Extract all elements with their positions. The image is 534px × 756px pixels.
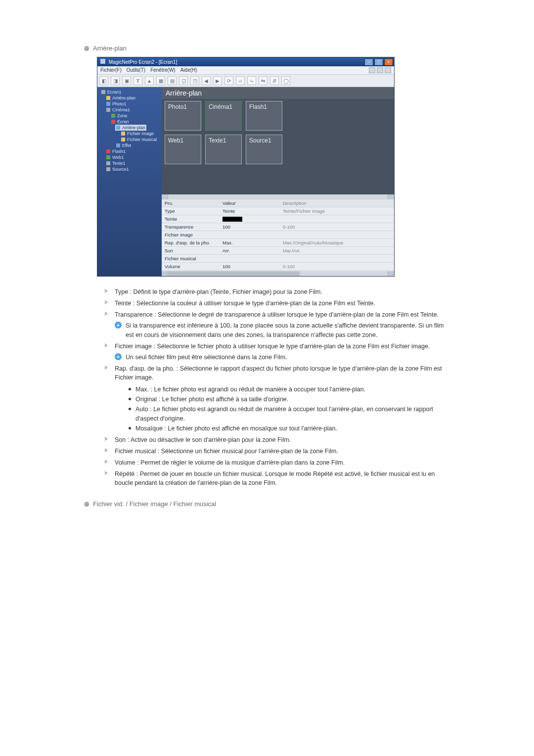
doc-restore-button[interactable] bbox=[377, 67, 383, 73]
property-rows: Type Teinte Teinte/Fichier image Teinte … bbox=[162, 207, 394, 271]
tree-node[interactable]: Flash1 bbox=[105, 148, 127, 154]
property-row[interactable]: Type Teinte Teinte/Fichier image bbox=[162, 207, 394, 215]
scroll-track[interactable] bbox=[168, 194, 388, 199]
close-button[interactable]: × bbox=[384, 58, 393, 66]
thumb-label: Photo1 bbox=[168, 103, 187, 110]
image-file-icon bbox=[121, 132, 125, 136]
tree-node[interactable]: Écran bbox=[110, 119, 130, 125]
prop-value[interactable]: 100 bbox=[220, 223, 280, 231]
tool-button[interactable]: ◀ bbox=[202, 76, 211, 85]
tree-node[interactable]: Web1 bbox=[105, 154, 125, 160]
effect-icon bbox=[116, 143, 120, 147]
thumb-label: Flash1 bbox=[249, 103, 267, 110]
property-row[interactable]: Volume 100 0-100 bbox=[162, 263, 394, 271]
tool-button[interactable]: ◲ bbox=[179, 76, 188, 85]
thumb-label: Cinéma1 bbox=[209, 103, 232, 110]
property-row[interactable]: Rap. d'asp. de la pho. Max. Max./Origina… bbox=[162, 239, 394, 247]
tool-button[interactable]: ⤿ bbox=[247, 76, 256, 85]
prop-desc bbox=[280, 231, 394, 238]
prop-name: Rap. d'asp. de la pho. bbox=[162, 239, 220, 246]
prop-value[interactable]: Arr. bbox=[220, 247, 280, 254]
prop-value[interactable]: Teinte bbox=[220, 207, 280, 215]
tool-button[interactable]: ⇆ bbox=[259, 76, 267, 85]
tree-node[interactable]: Fichier image bbox=[120, 131, 155, 137]
prop-name: Teinte bbox=[162, 215, 220, 223]
note-transparence: + Si la transparence est inférieure à 10… bbox=[115, 321, 450, 339]
tree-node-selected[interactable]: Arrière-plan bbox=[115, 125, 146, 131]
prop-value[interactable]: 100 bbox=[220, 263, 280, 270]
prop-value[interactable]: Max. bbox=[220, 239, 280, 246]
zone-thumb-selected[interactable]: Cinéma1 bbox=[205, 101, 242, 131]
tool-button[interactable]: ◨ bbox=[111, 76, 120, 85]
property-row[interactable]: Teinte bbox=[162, 215, 394, 223]
tree-node[interactable]: Texte1 bbox=[105, 160, 127, 166]
scroll-right-icon[interactable] bbox=[388, 194, 394, 199]
app-main: Arrière-plan Photo1 Cinéma1 Flash1 Web1 … bbox=[162, 87, 394, 276]
app-screenshot: MagicNetPro Ecran2 - [Ecran1] – □ × Fich… bbox=[97, 57, 395, 277]
tool-button[interactable]: ▶ bbox=[213, 76, 222, 85]
zone-thumb[interactable]: Texte1 bbox=[205, 135, 242, 164]
bullet-transparence: Transparence : Sélectionne le degré de t… bbox=[115, 310, 450, 319]
menu-help[interactable]: Aide(H) bbox=[180, 67, 197, 73]
tree-root[interactable]: Ecran1 bbox=[100, 89, 123, 95]
document-page: Arrière-plan MagicNetPro Ecran2 - [Ecran… bbox=[0, 0, 534, 756]
prop-value-color[interactable] bbox=[220, 215, 280, 223]
rap-max: Max. : Le fichier photo est agrandi ou r… bbox=[129, 385, 450, 394]
text-tool-button[interactable]: T bbox=[134, 76, 142, 85]
zone-thumb[interactable]: Web1 bbox=[165, 135, 201, 164]
hscroll-bottom[interactable] bbox=[162, 271, 394, 276]
plus-circle-icon: + bbox=[115, 322, 122, 329]
tool-button[interactable]: ▤ bbox=[168, 76, 177, 85]
property-row[interactable]: Transparence 100 0-100 bbox=[162, 223, 394, 231]
tree-node[interactable]: Source1 bbox=[105, 166, 130, 172]
doc-minimize-button[interactable] bbox=[369, 67, 375, 73]
scroll-right-icon[interactable] bbox=[388, 271, 394, 276]
property-header-row: Pro. Valeur Description bbox=[162, 199, 394, 207]
section-heading-1: Arrière-plan bbox=[84, 45, 450, 52]
tool-button[interactable]: ⟳ bbox=[224, 76, 233, 85]
prop-value[interactable] bbox=[220, 231, 280, 238]
menu-tools[interactable]: Outils(T) bbox=[127, 67, 145, 73]
prop-name: Fichier musical bbox=[162, 255, 220, 262]
tool-button[interactable]: ◳ bbox=[190, 76, 199, 85]
zone-thumb[interactable]: Flash1 bbox=[246, 101, 282, 131]
color-swatch-icon[interactable] bbox=[222, 217, 242, 222]
prop-value[interactable] bbox=[220, 255, 280, 262]
menu-file[interactable]: Fichier(F) bbox=[100, 67, 122, 73]
note-text: Si la transparence est inférieure à 100,… bbox=[126, 321, 450, 339]
scroll-thumb[interactable] bbox=[168, 271, 300, 276]
tree-node[interactable]: Cinéma1 bbox=[105, 107, 131, 113]
prop-desc: Mar./Arr. bbox=[280, 247, 394, 254]
tree-node[interactable]: Photo1 bbox=[105, 101, 128, 107]
prop-desc bbox=[280, 255, 394, 262]
tree-node[interactable]: Fichier musical bbox=[120, 137, 158, 142]
property-row[interactable]: Fichier musical bbox=[162, 255, 394, 263]
tree-node[interactable]: Arrière-plan bbox=[105, 95, 136, 101]
tool-button[interactable]: ▲ bbox=[145, 76, 154, 85]
property-row[interactable]: Fichier image bbox=[162, 231, 394, 239]
tool-button[interactable]: ⤾ bbox=[236, 76, 245, 85]
scroll-track[interactable] bbox=[168, 271, 388, 276]
tree-node[interactable]: Zone bbox=[110, 113, 129, 119]
doc-close-button[interactable] bbox=[385, 67, 391, 73]
window-title-text: MagicNetPro Ecran2 - [Ecran1] bbox=[109, 59, 177, 65]
minimize-button[interactable]: – bbox=[364, 58, 373, 66]
prop-desc: 0-100 bbox=[280, 263, 394, 270]
thumbs-row-1: Photo1 Cinéma1 Flash1 bbox=[165, 101, 391, 131]
hscroll-top[interactable] bbox=[162, 194, 394, 199]
tool-button[interactable]: ◧ bbox=[99, 76, 108, 85]
zone-thumb[interactable]: Source1 bbox=[246, 135, 282, 164]
tool-button[interactable]: ◯ bbox=[281, 76, 290, 85]
tree-node[interactable]: Effet bbox=[115, 142, 132, 148]
maximize-button[interactable]: □ bbox=[374, 58, 383, 66]
sphere-bullet-icon bbox=[84, 502, 89, 507]
zone-thumb[interactable]: Photo1 bbox=[165, 101, 201, 131]
scroll-left-icon[interactable] bbox=[162, 194, 168, 199]
col-header-desc: Description bbox=[280, 199, 394, 207]
tool-button[interactable]: ▣ bbox=[122, 76, 131, 85]
scroll-left-icon[interactable] bbox=[162, 271, 168, 276]
tool-button[interactable]: ▦ bbox=[156, 76, 165, 85]
menu-window[interactable]: Fenêtre(W) bbox=[150, 67, 176, 73]
property-row[interactable]: Son Arr. Mar./Arr. bbox=[162, 247, 394, 255]
tool-button[interactable]: ⇵ bbox=[270, 76, 279, 85]
